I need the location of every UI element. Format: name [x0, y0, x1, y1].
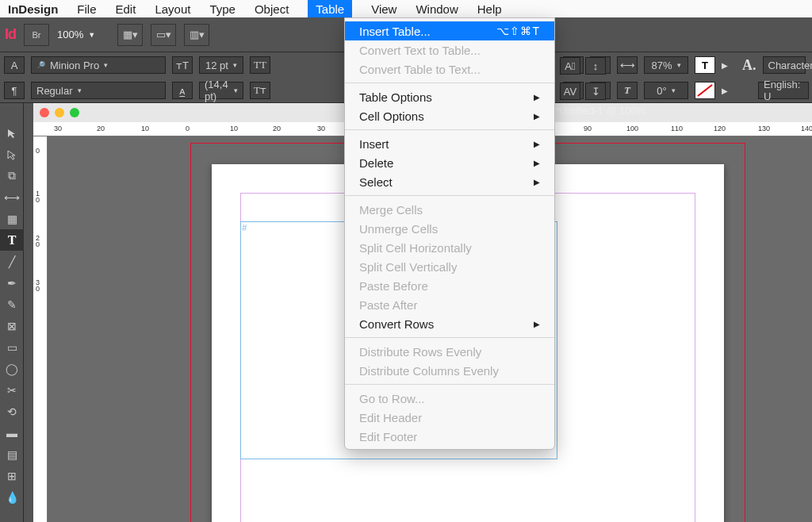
note-tool[interactable]: ⊞	[0, 465, 24, 486]
menu-object[interactable]: Object	[255, 2, 289, 16]
menu-item-split-cell-vertically: Split Cell Vertically	[345, 257, 554, 276]
line-tool[interactable]: ╱	[0, 251, 24, 272]
ruler-tick: 30	[36, 279, 40, 292]
menu-item-label: Cell Options	[359, 109, 424, 123]
menu-help[interactable]: Help	[477, 2, 502, 16]
type-tool[interactable]: T	[0, 229, 24, 251]
baseline-icon: ↕	[585, 57, 606, 75]
menu-item-cell-options[interactable]: Cell Options▶	[345, 106, 554, 125]
menu-view[interactable]: View	[371, 2, 396, 16]
menu-item-distribute-columns-evenly: Distribute Columns Evenly	[345, 361, 554, 380]
rectangle-tool[interactable]: ▭	[0, 336, 24, 358]
menu-item-table-options[interactable]: Table Options▶	[345, 87, 554, 106]
view-options-button[interactable]: ▦▾	[117, 24, 143, 46]
scissors-tool[interactable]: ✂	[0, 379, 24, 401]
vertical-ruler[interactable]: 0 10 20 30	[33, 136, 48, 522]
menu-item-label: Split Cell Vertically	[359, 260, 457, 274]
bridge-button[interactable]: Br	[24, 24, 49, 46]
direct-selection-tool[interactable]	[0, 144, 24, 165]
menu-item-label: Delete	[359, 156, 393, 170]
menu-edit[interactable]: Edit	[116, 2, 136, 16]
menu-item-split-cell-horizontally: Split Cell Horizontally	[345, 238, 554, 257]
menu-layout[interactable]: Layout	[155, 2, 190, 16]
ruler-tick: 20	[36, 235, 40, 248]
ellipse-tool[interactable]: ◯	[0, 358, 24, 379]
menu-item-label: Edit Footer	[359, 430, 417, 443]
all-caps-button[interactable]: TT	[250, 56, 270, 74]
font-size-icon: ᴛT	[172, 56, 193, 74]
menu-item-insert-table[interactable]: Insert Table...⌥⇧⌘T	[345, 21, 554, 40]
selection-tool[interactable]	[0, 122, 24, 144]
menu-item-label: Insert Table...	[359, 25, 431, 38]
menu-window[interactable]: Window	[416, 2, 458, 16]
menu-item-label: Distribute Columns Evenly	[359, 364, 499, 378]
menu-separator	[345, 129, 554, 130]
free-transform-tool[interactable]: ⟲	[0, 401, 24, 422]
menu-item-label: Convert Text to Table...	[359, 44, 481, 57]
screen-mode-button[interactable]: ▭▾	[151, 24, 176, 46]
character-mode-button[interactable]: A	[4, 56, 25, 74]
shear-select[interactable]: 0°	[644, 82, 688, 99]
menu-item-label: Paste After	[359, 298, 417, 312]
submenu-arrow-icon: ▶	[534, 159, 540, 167]
menu-item-paste-after: Paste After	[345, 295, 554, 314]
menu-item-label: Unmerge Cells	[359, 222, 438, 236]
menu-item-insert[interactable]: Insert▶	[345, 134, 554, 153]
menu-item-convert-table-to-text: Convert Table to Text...	[345, 59, 554, 79]
gradient-feather-tool[interactable]: ▤	[0, 443, 24, 465]
hscale-select[interactable]: 87%	[644, 56, 688, 74]
gradient-swatch-tool[interactable]: ▬	[0, 422, 24, 443]
leading-icon: ᴀ̲	[172, 82, 193, 99]
menu-item-merge-cells: Merge Cells	[345, 200, 554, 219]
close-window-button[interactable]	[40, 108, 49, 117]
kerning-icon: Aͮ	[560, 57, 580, 75]
menu-item-label: Paste Before	[359, 279, 428, 293]
paragraph-mode-button[interactable]: ¶	[4, 82, 25, 99]
arrange-docs-button[interactable]: ▥▾	[184, 24, 209, 46]
gap-tool[interactable]: ⟷	[0, 186, 24, 208]
menu-file[interactable]: File	[77, 2, 96, 16]
skew-icon: T	[617, 82, 638, 99]
stroke-swatch[interactable]	[695, 82, 715, 99]
svg-line-0	[698, 85, 712, 96]
fill-swatch[interactable]: T	[695, 56, 715, 74]
menu-item-select[interactable]: Select▶	[345, 172, 554, 191]
menu-item-label: Split Cell Horizontally	[359, 241, 472, 255]
character-style-select[interactable]: Character	[763, 56, 806, 74]
pen-tool[interactable]: ✒	[0, 272, 24, 294]
menu-separator	[345, 83, 554, 83]
zoom-level-select[interactable]: 100%▼	[57, 29, 95, 40]
language-select[interactable]: English: U	[758, 82, 809, 99]
submenu-arrow-icon: ▶	[534, 178, 540, 186]
hscale-icon: ⟷	[617, 56, 638, 74]
menu-type[interactable]: Type	[209, 2, 236, 16]
zoom-window-button[interactable]	[70, 108, 79, 117]
ruler-tick: 10	[36, 190, 40, 203]
minimize-window-button[interactable]	[55, 108, 64, 117]
eyedropper-tool[interactable]: 💧	[0, 486, 24, 508]
rectangle-frame-tool[interactable]: ⊠	[0, 315, 24, 336]
menu-item-label: Convert Table to Text...	[359, 63, 481, 76]
menu-item-distribute-rows-evenly: Distribute Rows Evenly	[345, 342, 554, 361]
font-size-select[interactable]: 12 pt	[199, 56, 243, 74]
leading-select[interactable]: (14,4 pt)	[199, 82, 243, 99]
menu-item-label: Convert Rows	[359, 317, 434, 331]
app-menu[interactable]: InDesign	[8, 2, 58, 16]
submenu-arrow-icon: ▶	[534, 320, 540, 328]
small-caps-button[interactable]: Tᴛ	[250, 82, 270, 99]
content-collector-tool[interactable]: ▦	[0, 208, 24, 229]
mac-menubar: InDesign File Edit Layout Type Object Ta…	[0, 0, 812, 17]
menu-item-convert-rows[interactable]: Convert Rows▶	[345, 314, 554, 333]
pencil-tool[interactable]: ✎	[0, 294, 24, 315]
page-tool[interactable]: ⧉	[0, 165, 24, 186]
submenu-arrow-icon: ▶	[534, 112, 540, 121]
font-family-select[interactable]: 🔎Minion Pro	[31, 56, 166, 74]
menu-item-delete[interactable]: Delete▶	[345, 153, 554, 172]
char-format-icon: A.	[742, 57, 756, 74]
menu-item-label: Merge Cells	[359, 203, 423, 217]
ruler-tick: 0	[36, 148, 40, 154]
menu-table[interactable]: Table	[308, 0, 352, 17]
document-title: *Untitled-1 @ 100%	[555, 105, 645, 117]
menu-separator	[345, 384, 554, 385]
font-style-select[interactable]: Regular	[31, 82, 166, 99]
